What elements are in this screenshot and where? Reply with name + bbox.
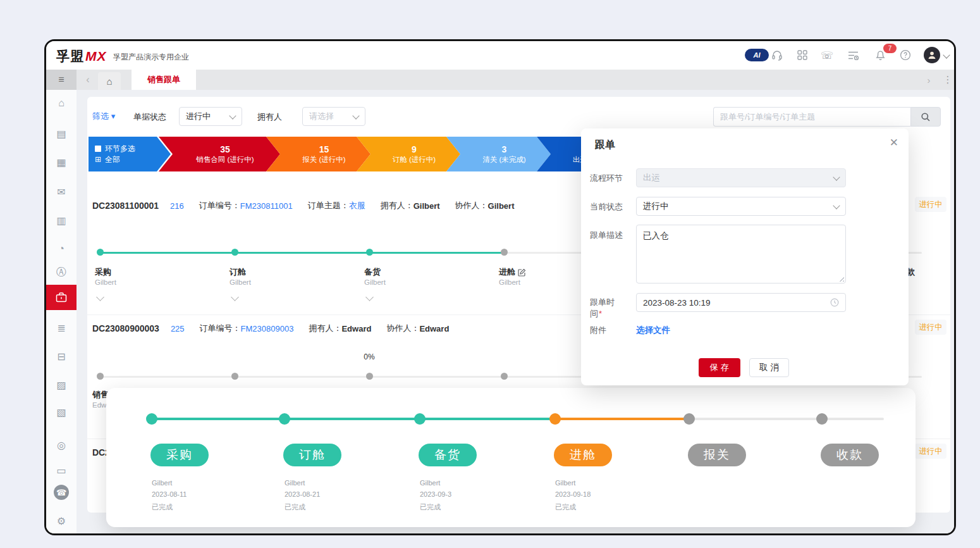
popup-stage-pill-customs[interactable]: 报关 (688, 444, 746, 466)
popup-stage-status: 已完成 (285, 502, 305, 512)
order-days-link[interactable]: 216 (170, 201, 184, 211)
popup-stage-pill-loading[interactable]: 进舱 (554, 444, 612, 466)
timeline-dot (97, 373, 104, 380)
owner-label: 拥有人 (257, 111, 282, 123)
order-no-link[interactable]: FM230811001 (240, 201, 293, 211)
stage-name: 备货 (364, 266, 381, 278)
order-subject-link[interactable]: 衣服 (349, 200, 365, 211)
timeline-line-done (100, 252, 504, 254)
nav-back-icon[interactable]: ‹ (82, 70, 94, 90)
process-select[interactable]: 出运 (636, 168, 846, 187)
doc-status-select[interactable]: 进行中 (179, 107, 242, 126)
headset-icon[interactable] (770, 48, 784, 62)
popup-stage-person: Gilbert (420, 479, 440, 487)
filter-preset-button[interactable]: 筛选 ▾ (92, 111, 115, 122)
tab-sales-tracking[interactable]: 销售跟单 (132, 70, 196, 90)
popup-stage-dot (146, 413, 157, 425)
chevron-down-icon (229, 112, 236, 119)
timeline-dot (366, 249, 373, 256)
popup-stage-pill-purchase[interactable]: 采购 (150, 444, 209, 466)
contacts-icon[interactable]: ▤ (46, 124, 77, 143)
followup-time-label: 跟单时 (590, 297, 615, 308)
resize-handle-icon[interactable] (838, 275, 844, 282)
app-window: 孚盟MX 孚盟产品演示专用企业 AI ☏ 7 ≡ ‹ ⌂ 销售跟单 › ⋮ (44, 39, 956, 535)
stage-filter-sales-contract[interactable]: 35 销售合同 (进行中) (159, 137, 280, 171)
followup-modal: 跟单 ✕ 流程环节 出运 当前状态 进行中 跟单描述 已入仓 跟单时 间* 20… (581, 128, 909, 385)
clock-icon[interactable] (830, 298, 839, 307)
popup-line-pending (689, 418, 822, 420)
search-button[interactable] (910, 107, 941, 127)
cancel-button[interactable]: 取 消 (749, 358, 789, 377)
popup-stage-person: Gilbert (285, 479, 305, 487)
logo-suffix: MX (85, 49, 107, 63)
stage-filter-customs[interactable]: 15 报关 (进行中) (266, 137, 371, 171)
briefcase-icon (55, 291, 68, 304)
report-icon[interactable]: ▨ (46, 375, 77, 394)
checkbox-icon[interactable] (95, 146, 101, 152)
ai-assistant-button[interactable]: AI (745, 49, 769, 61)
followup-time-input[interactable]: 2023-08-23 10:19 (636, 293, 846, 312)
card-icon[interactable]: ▭ (46, 461, 77, 480)
whatsapp-icon[interactable]: ☎ (46, 483, 77, 502)
timeline-dot (97, 249, 104, 256)
user-avatar[interactable] (924, 47, 940, 63)
company-name: 孚盟产品演示专用企业 (113, 52, 189, 63)
order-days-link[interactable]: 225 (171, 324, 185, 333)
logistics-icon[interactable]: ⊟ (46, 347, 77, 366)
help-icon[interactable] (898, 48, 912, 62)
stage-expand-icon[interactable] (365, 293, 374, 301)
popup-stage-pill-stocking[interactable]: 备货 (419, 444, 477, 466)
org-structure-icon[interactable]: ▦ (46, 153, 77, 171)
stage-filter-booking[interactable]: 9 订舱 (进行中) (357, 137, 460, 171)
timeline-dot (231, 373, 238, 380)
description-textarea[interactable]: 已入仓 (636, 225, 846, 283)
stage-expand-icon[interactable] (96, 293, 104, 301)
apps-grid-icon[interactable] (795, 48, 809, 62)
order-no-link[interactable]: FM230809003 (241, 324, 294, 333)
phone-icon[interactable]: ☏ (820, 48, 834, 62)
edit-icon[interactable] (518, 268, 526, 277)
documents-icon[interactable]: ≣ (46, 318, 77, 337)
close-icon[interactable]: ✕ (890, 137, 898, 148)
popup-stage-date: 2023-08-21 (285, 490, 320, 498)
menu-hamburger-icon[interactable]: ≡ (46, 70, 77, 90)
mail-icon[interactable]: ✉ (46, 182, 77, 201)
choose-file-link[interactable]: 选择文件 (636, 325, 670, 336)
settings-icon[interactable]: ⚙ (46, 511, 77, 530)
popup-stage-dot (414, 413, 426, 425)
current-status-select[interactable]: 进行中 (636, 197, 846, 216)
doc-status-label: 单据状态 (133, 111, 166, 123)
search-input[interactable] (713, 107, 910, 127)
save-button[interactable]: 保 存 (699, 358, 740, 377)
stage-person: Gilbert (230, 278, 251, 286)
stage-person: Gilbert (95, 278, 116, 286)
compass-icon[interactable]: ◔ (46, 239, 77, 258)
marketing-icon[interactable]: Ⓐ (46, 263, 77, 282)
stage-expand-icon[interactable] (231, 293, 239, 301)
popup-stage-date: 2023-09-3 (420, 490, 451, 498)
collaborator-name: Gilbert (488, 201, 515, 211)
sidebar-item-trade-active[interactable] (46, 285, 77, 310)
task-list-icon[interactable] (846, 48, 860, 62)
followup-time-label-2: 间* (590, 308, 602, 320)
tab-more-icon[interactable]: ⋮ (941, 70, 955, 90)
home-tab-icon[interactable]: ⌂ (98, 72, 121, 90)
owner-select[interactable]: 请选择 (302, 107, 365, 126)
popup-stage-person: Gilbert (555, 479, 575, 487)
collaborator-name: Edward (419, 324, 449, 333)
orders-icon[interactable]: ▥ (46, 211, 77, 230)
order-id: DC23081100001 (92, 201, 159, 211)
popup-stage-pill-booking[interactable]: 订舱 (283, 444, 341, 466)
avatar-caret-icon[interactable] (943, 51, 950, 58)
finance-icon[interactable]: ◎ (46, 435, 77, 454)
stage-filter-clearance[interactable]: 3 清关 (未完成) (446, 137, 551, 171)
logo-text: 孚盟 (56, 49, 84, 63)
stage-filter-all[interactable]: 环节多选 ⊞全部 (89, 137, 171, 171)
popup-stage-date: 2023-08-11 (152, 490, 187, 498)
popup-stage-pill-payment[interactable]: 收款 (821, 444, 879, 466)
ledger-icon[interactable]: ▧ (46, 402, 77, 421)
search-icon (921, 112, 931, 122)
tab-scroll-right-icon[interactable]: › (922, 70, 936, 90)
home-icon[interactable]: ⌂ (46, 94, 77, 113)
attachment-label: 附件 (590, 325, 606, 336)
